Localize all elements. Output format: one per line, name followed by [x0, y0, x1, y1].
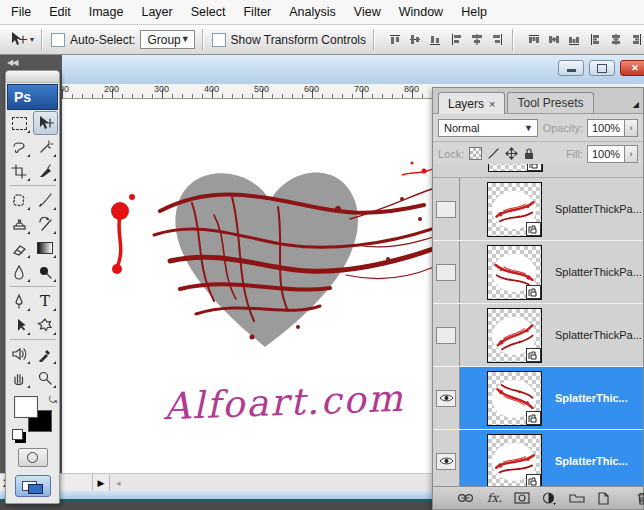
distribute-right-button[interactable]: [628, 32, 644, 47]
distribute-top-button[interactable]: [526, 32, 542, 47]
toolbox-grip[interactable]: [6, 71, 59, 83]
dodge-tool[interactable]: [33, 260, 58, 284]
distribute-vcenter-button[interactable]: [546, 32, 562, 47]
lock-transparency-button[interactable]: [469, 147, 482, 160]
move-tool[interactable]: [33, 111, 58, 135]
menu-item-edit[interactable]: Edit: [40, 5, 80, 19]
brush-tool[interactable]: [33, 188, 58, 212]
layer-name[interactable]: SplatterThickPa...: [555, 203, 642, 215]
layer-thumbnail[interactable]: [487, 308, 542, 363]
layer-name[interactable]: SplatterThickPa...: [555, 329, 642, 341]
align-right-button[interactable]: [489, 32, 505, 47]
layer-row-partial[interactable]: [433, 164, 643, 178]
shape-tool[interactable]: [33, 313, 58, 337]
layer-style-button[interactable]: fx.: [487, 491, 502, 505]
path-select-tool[interactable]: [7, 313, 32, 337]
quick-mask-button[interactable]: [18, 448, 48, 467]
layer-thumbnail[interactable]: [487, 434, 542, 487]
distribute-left-button[interactable]: [588, 32, 604, 47]
auto-select-checkbox[interactable]: [51, 33, 65, 47]
layer-row-main[interactable]: SplatterThickPa...: [460, 178, 643, 240]
show-transform-checkbox[interactable]: [212, 33, 226, 47]
pen-tool[interactable]: [7, 289, 32, 313]
layer-visibility-toggle[interactable]: [433, 367, 460, 429]
screen-mode-button[interactable]: [15, 475, 51, 497]
history-brush-tool[interactable]: [33, 212, 58, 236]
layer-row-main[interactable]: SplatterThickPa...: [460, 241, 643, 303]
tab-tool-presets[interactable]: Tool Presets: [507, 92, 593, 113]
menu-item-window[interactable]: Window: [390, 5, 452, 19]
minimize-button[interactable]: [558, 60, 584, 76]
swap-colors-icon[interactable]: ⤿: [49, 394, 57, 406]
gradient-tool[interactable]: [33, 236, 58, 260]
healing-tool[interactable]: [7, 188, 32, 212]
layer-visibility-toggle[interactable]: [433, 178, 460, 240]
eyedropper-tool[interactable]: [33, 342, 58, 366]
opacity-slider-button[interactable]: ›: [625, 119, 638, 137]
add-mask-button[interactable]: [514, 492, 530, 504]
menu-item-help[interactable]: Help: [452, 5, 496, 19]
lasso-tool[interactable]: [7, 135, 32, 159]
status-options-button[interactable]: ▶: [92, 475, 110, 491]
lock-position-button[interactable]: [505, 147, 518, 160]
close-button[interactable]: ✕: [620, 60, 644, 76]
layer-row[interactable]: SplatterThickPa...: [433, 304, 643, 367]
layer-name[interactable]: SplatterThic...: [555, 392, 628, 404]
magic-wand-tool[interactable]: [33, 135, 58, 159]
layer-row[interactable]: SplatterThic...: [433, 367, 643, 430]
tool-preset-button[interactable]: ▾: [8, 29, 34, 51]
slice-tool[interactable]: [33, 159, 58, 183]
layer-name[interactable]: SplatterThickPa...: [555, 266, 642, 278]
layer-row-main[interactable]: SplatterThickPa...: [460, 304, 643, 366]
layer-visibility-toggle[interactable]: [433, 241, 460, 303]
blur-tool[interactable]: [7, 260, 32, 284]
menu-item-select[interactable]: Select: [182, 5, 235, 19]
layer-thumbnail[interactable]: [487, 245, 542, 300]
align-vcenter-button[interactable]: [407, 32, 423, 47]
menu-item-file[interactable]: File: [2, 5, 40, 19]
tab-close-icon[interactable]: ×: [489, 98, 495, 110]
foreground-color-swatch[interactable]: [14, 396, 38, 418]
new-group-button[interactable]: [569, 492, 585, 504]
layer-visibility-toggle[interactable]: [433, 430, 460, 486]
audio-annotation-tool[interactable]: [7, 342, 32, 366]
layer-row[interactable]: SplatterThic...: [433, 430, 643, 486]
eraser-tool[interactable]: [7, 236, 32, 260]
menu-item-view[interactable]: View: [345, 5, 390, 19]
clone-stamp-tool[interactable]: [7, 212, 32, 236]
adjustment-layer-button[interactable]: [542, 492, 557, 505]
fill-slider-button[interactable]: ›: [625, 145, 638, 163]
align-bottom-button[interactable]: [427, 32, 443, 47]
panel-menu-icon[interactable]: ◢: [633, 100, 639, 109]
layer-row[interactable]: SplatterThickPa...: [433, 178, 643, 241]
layer-row[interactable]: SplatterThickPa...: [433, 241, 643, 304]
type-tool[interactable]: T: [33, 289, 58, 313]
layer-row-main[interactable]: SplatterThic...: [460, 430, 643, 486]
link-layers-button[interactable]: [457, 493, 475, 503]
hand-tool[interactable]: [7, 366, 32, 390]
maximize-button[interactable]: [589, 60, 615, 76]
menu-item-layer[interactable]: Layer: [132, 5, 181, 19]
align-top-button[interactable]: [387, 32, 403, 47]
layer-visibility-toggle[interactable]: [433, 304, 460, 366]
menu-item-image[interactable]: Image: [80, 5, 133, 19]
layer-name[interactable]: SplatterThic...: [555, 455, 628, 467]
fill-value[interactable]: 100%: [587, 145, 625, 163]
opacity-value[interactable]: 100%: [587, 119, 625, 137]
collapse-dock-icon[interactable]: ◀◀: [7, 58, 17, 67]
lock-pixels-button[interactable]: [487, 147, 500, 160]
distribute-hcenter-button[interactable]: [608, 32, 624, 47]
layer-thumbnail[interactable]: [487, 182, 542, 237]
menu-item-analysis[interactable]: Analysis: [280, 5, 345, 19]
auto-select-group-dropdown[interactable]: Group ▼: [140, 30, 194, 49]
layer-row-main[interactable]: SplatterThic...: [460, 367, 643, 429]
default-colors-icon[interactable]: [12, 429, 23, 440]
tab-layers[interactable]: Layers ×: [438, 92, 505, 114]
crop-tool[interactable]: [7, 159, 32, 183]
align-left-button[interactable]: [449, 32, 465, 47]
align-hcenter-button[interactable]: [469, 32, 485, 47]
new-layer-button[interactable]: [597, 492, 610, 505]
menu-item-filter[interactable]: Filter: [234, 5, 280, 19]
marquee-tool[interactable]: [7, 111, 32, 135]
blend-mode-dropdown[interactable]: Normal ▼: [438, 119, 538, 137]
